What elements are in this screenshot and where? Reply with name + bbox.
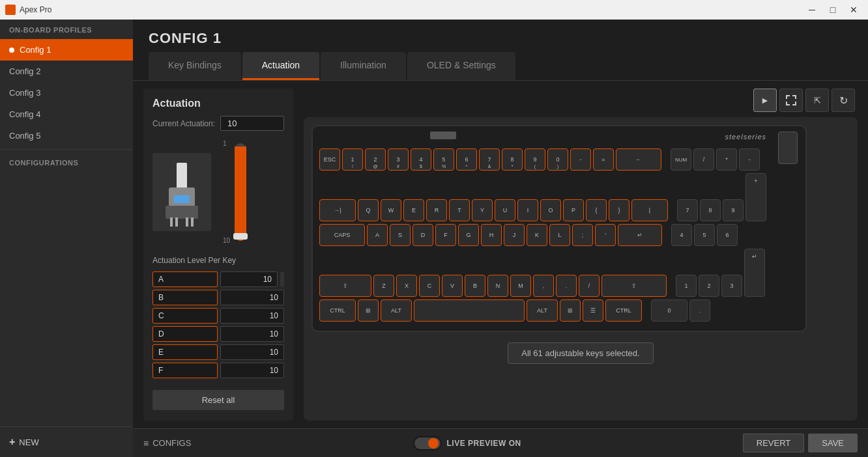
key-d[interactable]: D — [412, 224, 433, 246]
key-x[interactable]: X — [396, 275, 417, 297]
key-3[interactable]: 3# — [388, 148, 409, 171]
key-value-f[interactable]: 10 — [220, 363, 284, 378]
key-g[interactable]: G — [458, 224, 479, 246]
minimize-button[interactable]: ─ — [803, 3, 821, 17]
live-preview-toggle[interactable] — [413, 436, 442, 450]
key-t[interactable]: T — [449, 199, 470, 221]
slider-track[interactable] — [235, 143, 246, 241]
key-2[interactable]: 2@ — [365, 148, 386, 171]
key-y[interactable]: Y — [472, 199, 493, 221]
key-0[interactable]: 0) — [547, 148, 568, 171]
sidebar-item-config5[interactable]: Config 5 — [0, 125, 133, 146]
tab-key-bindings[interactable]: Key Bindings — [149, 52, 241, 80]
key-lalt[interactable]: ALT — [381, 299, 412, 322]
key-j[interactable]: J — [504, 224, 525, 246]
key-value-d[interactable]: 10 — [220, 326, 284, 342]
maximize-button[interactable]: □ — [824, 3, 842, 17]
key-np-slash[interactable]: / — [693, 148, 714, 171]
key-e[interactable]: E — [403, 199, 424, 221]
key-spacebar[interactable] — [414, 299, 525, 322]
key-b[interactable]: B — [465, 275, 485, 297]
key-np-numlock[interactable]: NUM — [671, 148, 691, 171]
tab-actuation[interactable]: Actuation — [242, 52, 319, 80]
sidebar-item-config4[interactable]: Config 4 — [0, 104, 133, 125]
key-backslash[interactable]: | — [631, 199, 668, 221]
key-value-b[interactable]: 10 — [220, 290, 284, 305]
key-lbracket[interactable]: { — [586, 199, 607, 221]
key-tab[interactable]: →| — [319, 199, 356, 221]
key-f[interactable]: F — [435, 224, 456, 246]
key-np-asterisk[interactable]: * — [716, 148, 737, 171]
key-w[interactable]: W — [381, 199, 401, 221]
key-rwin[interactable]: ⊞ — [560, 299, 581, 322]
key-np-0[interactable]: 0 — [651, 299, 687, 322]
key-equals[interactable]: = — [593, 148, 614, 171]
key-np-5[interactable]: 5 — [694, 224, 715, 246]
key-lctrl[interactable]: CTRL — [319, 299, 356, 322]
key-q[interactable]: Q — [358, 199, 379, 221]
tab-illumination[interactable]: Illumination — [321, 52, 406, 80]
key-i[interactable]: I — [517, 199, 538, 221]
key-z[interactable]: Z — [373, 275, 394, 297]
key-value-a[interactable]: 10 — [220, 271, 278, 287]
key-rctrl[interactable]: CTRL — [605, 299, 642, 322]
scrollbar[interactable] — [280, 271, 284, 287]
key-5[interactable]: 5% — [433, 148, 454, 171]
key-label-e[interactable]: E — [152, 344, 218, 360]
key-u[interactable]: U — [495, 199, 515, 221]
key-np-3[interactable]: 3 — [721, 275, 742, 297]
keyboard-knob[interactable] — [778, 132, 798, 164]
key-label-a[interactable]: A — [152, 271, 218, 287]
key-label-c[interactable]: C — [152, 308, 218, 324]
key-8[interactable]: 8* — [502, 148, 523, 171]
key-n[interactable]: N — [487, 275, 508, 297]
key-np-9[interactable]: 9 — [723, 199, 744, 221]
key-label-b[interactable]: B — [152, 290, 218, 305]
select-tool-button[interactable]: ► — [753, 89, 777, 112]
key-np-plus[interactable]: + — [745, 173, 766, 221]
key-np-8[interactable]: 8 — [700, 199, 721, 221]
key-lshift[interactable]: ⇧ — [319, 275, 371, 297]
key-7[interactable]: 7& — [479, 148, 500, 171]
key-np-7[interactable]: 7 — [677, 199, 698, 221]
key-comma[interactable]: , — [533, 275, 554, 297]
key-np-dot[interactable]: . — [689, 299, 710, 322]
fullscreen-button[interactable]: ⇱ — [805, 89, 829, 112]
key-label-d[interactable]: D — [152, 326, 218, 342]
key-v[interactable]: V — [442, 275, 463, 297]
key-np-enter[interactable]: ↵ — [744, 249, 765, 297]
key-semicolon[interactable]: ; — [572, 224, 593, 246]
box-select-button[interactable] — [779, 89, 803, 112]
key-np-1[interactable]: 1 — [676, 275, 697, 297]
key-9[interactable]: 9( — [525, 148, 545, 171]
key-value-e[interactable]: 10 — [220, 344, 284, 360]
key-ralt[interactable]: ALT — [527, 299, 558, 322]
sidebar-item-config1[interactable]: Config 1 — [0, 39, 133, 61]
key-o[interactable]: O — [540, 199, 561, 221]
key-1[interactable]: 1! — [342, 148, 363, 171]
key-rbracket[interactable]: } — [609, 199, 629, 221]
key-rshift[interactable]: ⇧ — [601, 275, 667, 297]
configs-button[interactable]: ≡ CONFIGS — [143, 438, 191, 449]
reset-all-button[interactable]: Reset all — [152, 390, 284, 410]
key-lwin[interactable]: ⊞ — [358, 299, 379, 322]
current-actuation-value[interactable]: 10 — [220, 116, 284, 131]
key-6[interactable]: 6^ — [456, 148, 477, 171]
revert-button[interactable]: REVERT — [743, 434, 805, 452]
close-button[interactable]: ✕ — [845, 3, 863, 17]
actuation-slider[interactable]: 1 10 — [223, 140, 246, 244]
key-label-f[interactable]: F — [152, 363, 218, 378]
key-period[interactable]: . — [556, 275, 577, 297]
slider-thumb[interactable] — [233, 233, 248, 240]
key-menu[interactable]: ☰ — [583, 299, 603, 322]
key-np-minus[interactable]: - — [739, 148, 760, 171]
key-capslock[interactable]: CAPS — [319, 224, 365, 246]
key-backspace[interactable]: ← — [616, 148, 661, 171]
key-np-6[interactable]: 6 — [717, 224, 738, 246]
key-minus[interactable]: - — [570, 148, 591, 171]
new-button[interactable]: + NEW — [0, 427, 133, 457]
key-slash[interactable]: / — [579, 275, 600, 297]
tab-oled-settings[interactable]: OLED & Settings — [407, 52, 515, 80]
sidebar-item-config3[interactable]: Config 3 — [0, 82, 133, 104]
key-s[interactable]: S — [390, 224, 411, 246]
